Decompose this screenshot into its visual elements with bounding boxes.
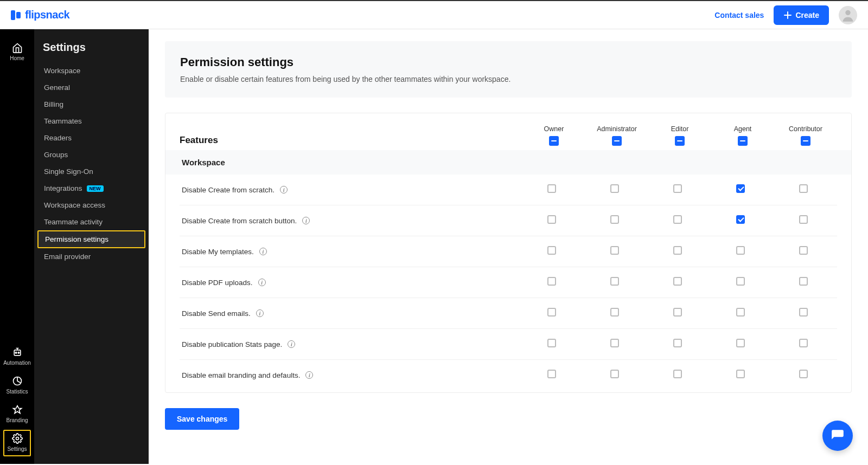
indeterminate-checkbox[interactable] [549,136,559,146]
checkbox[interactable] [799,308,808,317]
info-icon[interactable]: i [288,340,295,348]
branding-icon [12,404,23,415]
sidebar-item-teammates[interactable]: Teammates [34,113,149,130]
checkbox[interactable] [799,277,808,286]
info-icon[interactable]: i [280,186,288,193]
checkbox[interactable] [736,339,745,347]
checkbox[interactable] [547,184,556,193]
checkbox[interactable] [799,215,808,224]
svg-point-0 [845,10,850,15]
role-headers: OwnerAdministratorEditorAgentContributor [522,125,837,146]
features-heading: Features [180,135,522,146]
indeterminate-checkbox[interactable] [612,136,622,146]
svg-point-3 [18,352,20,354]
sidebar-item-single-sign-on[interactable]: Single Sign-On [34,163,149,180]
check-cell [583,339,646,350]
chat-widget-button[interactable] [822,421,853,451]
sidebar-item-billing[interactable]: Billing [34,96,149,113]
feature-text: Disable Send emails. [182,309,251,318]
sidebar-item-label: Workspace access [44,201,105,209]
check-cell [709,246,772,257]
checkbox[interactable] [547,277,556,286]
checkbox[interactable] [736,184,745,193]
checkbox[interactable] [799,370,808,378]
svg-point-5 [16,437,18,440]
indeterminate-checkbox[interactable] [738,136,748,146]
feature-label: Disable My templates.i [182,248,520,256]
checkbox[interactable] [610,339,619,347]
sidebar-item-integrations[interactable]: IntegrationsNEW [34,180,149,197]
role-label: Administrator [585,125,648,133]
new-badge: NEW [87,185,104,192]
home-icon [12,42,23,53]
checkbox[interactable] [673,277,682,286]
checkbox[interactable] [736,246,745,255]
rail-item-branding[interactable]: Branding [0,400,34,429]
checkbox[interactable] [610,308,619,317]
check-cell [772,184,835,195]
feature-text: Disable publication Stats page. [182,340,282,348]
user-icon [840,8,856,23]
indeterminate-checkbox[interactable] [675,136,685,146]
check-cell [583,184,646,195]
checkbox[interactable] [673,215,682,224]
checkbox[interactable] [547,339,556,347]
rail-item-statistics[interactable]: Statistics [0,371,34,400]
role-header-owner: Owner [522,125,585,146]
info-icon[interactable]: i [258,279,266,286]
feature-label: Disable Create from scratch.i [182,186,520,194]
checkbox[interactable] [610,215,619,224]
logo-icon [11,10,22,20]
checkbox[interactable] [799,184,808,193]
check-cell [646,277,709,288]
checkbox[interactable] [673,246,682,255]
gear-icon [12,433,23,444]
checkbox[interactable] [736,370,745,378]
sidebar-item-email-provider[interactable]: Email provider [34,248,149,265]
checkbox[interactable] [610,277,619,286]
avatar[interactable] [839,6,857,24]
feature-text: Disable Create from scratch button. [182,217,297,225]
check-cell [772,215,835,226]
role-header-contributor: Contributor [774,125,837,146]
sidebar-item-permission-settings[interactable]: Permission settings [37,230,145,248]
sidebar-item-readers[interactable]: Readers [34,130,149,146]
sidebar-item-workspace-access[interactable]: Workspace access [34,197,149,214]
sidebar-item-groups[interactable]: Groups [34,146,149,163]
contact-sales-link[interactable]: Contact sales [714,11,764,20]
page-title: Permission settings [180,55,837,69]
info-icon[interactable]: i [259,248,267,255]
checkbox[interactable] [736,277,745,286]
checkbox[interactable] [799,246,808,255]
checkbox[interactable] [799,339,808,347]
sidebar-item-workspace[interactable]: Workspace [34,62,149,79]
feature-label: Disable email branding and defaults.i [182,371,520,379]
checkbox[interactable] [547,246,556,255]
rail-item-automation[interactable]: Automation [0,343,34,371]
checkbox[interactable] [673,339,682,347]
create-button[interactable]: Create [774,5,829,25]
checkbox[interactable] [736,308,745,317]
sidebar-item-teammate-activity[interactable]: Teammate activity [34,214,149,230]
checkbox[interactable] [673,308,682,317]
sidebar-item-label: Teammate activity [44,218,103,226]
logo[interactable]: flipsnack [11,9,69,21]
info-icon[interactable]: i [256,309,264,317]
checkbox[interactable] [673,184,682,193]
checkbox[interactable] [547,370,556,378]
checkbox[interactable] [610,246,619,255]
rail-item-home[interactable]: Home [0,38,34,69]
info-icon[interactable]: i [305,371,313,379]
sidebar-item-label: Email provider [44,253,91,261]
checkbox[interactable] [610,370,619,378]
checkbox[interactable] [736,215,745,224]
indeterminate-checkbox[interactable] [801,136,810,146]
checkbox[interactable] [547,215,556,224]
checkbox[interactable] [610,184,619,193]
checkbox[interactable] [673,370,682,378]
info-icon[interactable]: i [302,217,310,224]
save-changes-button[interactable]: Save changes [165,408,239,430]
sidebar-item-general[interactable]: General [34,79,149,96]
rail-item-settings[interactable]: Settings [0,429,34,457]
checkbox[interactable] [547,308,556,317]
